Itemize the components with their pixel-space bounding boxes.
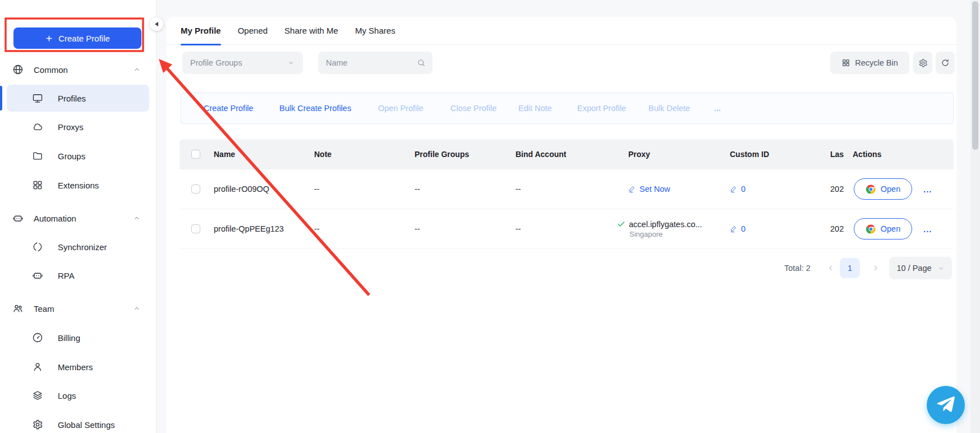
open-profile-button[interactable]: Open: [854, 178, 912, 200]
extensions-icon: [32, 179, 43, 191]
last-open-time-truncated: 202: [830, 209, 845, 248]
sidebar-item-logs[interactable]: Logs: [0, 381, 156, 410]
open-button-label: Open: [881, 185, 900, 194]
pagination-page-1[interactable]: 1: [840, 258, 860, 278]
sidebar-item-members[interactable]: Members: [0, 352, 156, 381]
pagination-next-button[interactable]: [869, 257, 882, 279]
proxy-set-now-label: Set Now: [639, 185, 670, 194]
telegram-button[interactable]: [927, 386, 965, 424]
row-more-button[interactable]: ...: [923, 169, 932, 209]
row-more-button[interactable]: ...: [923, 209, 932, 248]
sidebar-item-extensions[interactable]: Extensions: [0, 171, 156, 200]
sidebar-item-label: Billing: [58, 333, 80, 343]
robot-icon: [32, 270, 43, 281]
profile-groups-value: --: [415, 169, 420, 209]
sidebar-item-proxys[interactable]: Proxys: [0, 112, 156, 141]
page-scrollbar-track[interactable]: [970, 0, 980, 433]
sidebar-item-billing[interactable]: Billing: [0, 323, 156, 352]
create-profile-button[interactable]: Create Profile: [13, 27, 141, 49]
col-header-bind-account: Bind Account: [516, 139, 566, 169]
sidebar-item-label: Proxys: [58, 122, 84, 132]
custom-id-edit[interactable]: 0: [730, 209, 746, 248]
robot-icon: [12, 213, 24, 224]
chevron-up-icon[interactable]: [133, 66, 141, 73]
sidebar: Create Profile Common Profiles Proxys Gr…: [0, 0, 157, 433]
col-header-last-truncated: Las: [830, 139, 845, 169]
gear-icon: [918, 58, 928, 68]
profile-groups-select-value: Profile Groups: [190, 58, 242, 67]
open-profile-button[interactable]: Open: [854, 218, 912, 239]
profile-name: profile-QpPEEg123: [214, 209, 284, 248]
row-checkbox[interactable]: [191, 185, 200, 194]
search-icon[interactable]: [417, 58, 426, 67]
sidebar-collapse-button[interactable]: [150, 17, 163, 31]
refresh-button[interactable]: [936, 52, 955, 74]
chevron-down-icon: [937, 265, 945, 272]
proxy-cell[interactable]: accel.ipflygates.co... Singapore: [617, 209, 702, 248]
name-search-input[interactable]: [325, 58, 412, 68]
sidebar-item-profiles[interactable]: Profiles: [0, 84, 156, 113]
collapse-left-icon: [155, 22, 158, 26]
logs-layers-icon: [32, 390, 43, 401]
pencil-icon: [628, 185, 636, 193]
tab-opened[interactable]: Opened: [238, 17, 268, 45]
bulk-action-bar: Create Profile Bulk Create Profiles Open…: [181, 93, 954, 124]
tab-my-profile[interactable]: My Profile: [181, 17, 221, 45]
chevron-left-icon: [827, 264, 835, 272]
sidebar-section-team[interactable]: Team: [0, 294, 156, 323]
sidebar-item-groups[interactable]: Groups: [0, 141, 156, 171]
settings-button[interactable]: [913, 52, 932, 74]
profile-groups-select[interactable]: Profile Groups: [182, 52, 303, 74]
pagination-prev-button[interactable]: [824, 257, 838, 279]
gear-icon: [32, 419, 43, 430]
proxy-set-now-link[interactable]: Set Now: [628, 169, 670, 209]
action-export-profile[interactable]: Export Profile: [577, 93, 626, 123]
table-row: profile-rO09OQ -- -- -- Set Now 0 202 Op…: [180, 169, 954, 209]
sidebar-section-common[interactable]: Common: [0, 55, 156, 84]
row-checkbox[interactable]: [191, 224, 200, 233]
col-header-actions: Actions: [853, 139, 881, 169]
tab-my-shares[interactable]: My Shares: [355, 17, 395, 45]
section-label: Automation: [34, 214, 76, 223]
action-close-profile[interactable]: Close Profile: [450, 93, 496, 123]
check-icon: [617, 220, 625, 228]
action-more-ellipsis[interactable]: ...: [714, 93, 721, 123]
custom-id-value: 0: [741, 185, 746, 194]
chevron-right-icon: [872, 264, 880, 272]
action-open-profile[interactable]: Open Profile: [378, 93, 424, 123]
active-item-indicator: [0, 86, 2, 110]
select-all-checkbox[interactable]: [191, 150, 200, 159]
custom-id-edit[interactable]: 0: [730, 169, 746, 209]
page-size-select[interactable]: 10 / Page: [889, 257, 952, 279]
profile-name: profile-rO09OQ: [214, 169, 269, 209]
chevron-up-icon[interactable]: [133, 305, 141, 312]
proxy-region: Singapore: [629, 230, 662, 238]
action-edit-note[interactable]: Edit Note: [518, 93, 552, 123]
pencil-icon: [730, 225, 738, 233]
recycle-bin-label: Recycle Bin: [855, 58, 898, 67]
last-open-time-truncated: 202: [830, 169, 845, 209]
tab-share-with-me[interactable]: Share with Me: [284, 17, 338, 45]
globe-icon: [12, 64, 24, 75]
sidebar-item-global-settings[interactable]: Global Settings: [0, 410, 156, 433]
col-header-proxy: Proxy: [628, 139, 650, 169]
action-bulk-create-profiles[interactable]: Bulk Create Profiles: [279, 93, 351, 123]
refresh-icon: [941, 58, 950, 67]
page-scrollbar-thumb[interactable]: [972, 1, 978, 150]
cloud-icon: [32, 121, 43, 132]
sidebar-item-synchronizer[interactable]: Synchronizer: [0, 232, 156, 261]
action-bulk-delete[interactable]: Bulk Delete: [648, 93, 690, 123]
sidebar-item-label: RPA: [58, 271, 75, 280]
sidebar-item-label: Groups: [58, 151, 85, 161]
create-profile-label: Create Profile: [58, 34, 110, 43]
action-create-profile[interactable]: Create Profile: [204, 93, 254, 123]
recycle-bin-button[interactable]: Recycle Bin: [830, 52, 909, 74]
team-icon: [12, 303, 24, 314]
sync-icon: [32, 241, 43, 252]
chevron-up-icon[interactable]: [133, 214, 141, 222]
sidebar-section-automation[interactable]: Automation: [0, 204, 156, 233]
profile-tabs: My Profile Opened Share with Me My Share…: [167, 17, 956, 45]
chrome-icon: [866, 224, 876, 234]
sidebar-item-rpa[interactable]: RPA: [0, 261, 156, 290]
col-header-name: Name: [214, 139, 235, 169]
